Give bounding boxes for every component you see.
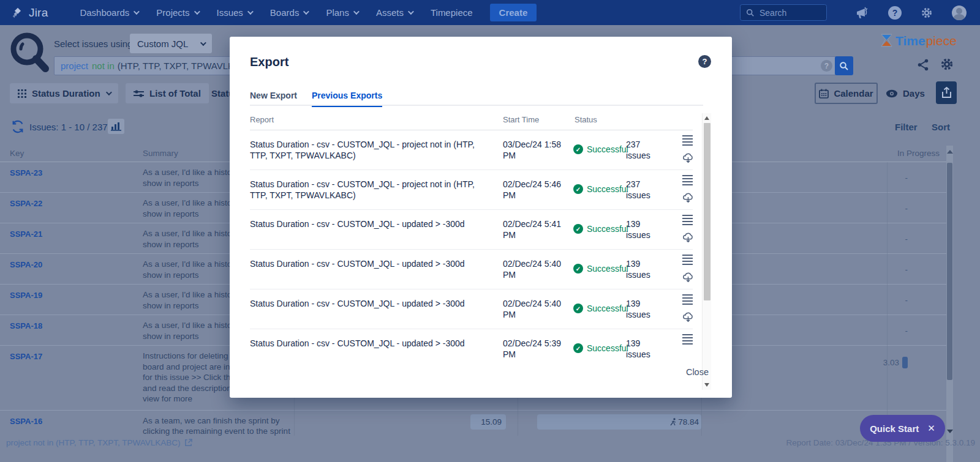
column-header-summary[interactable]: Summary: [143, 149, 178, 158]
nav-item-plans[interactable]: Plans: [326, 7, 358, 18]
quick-start-button[interactable]: Quick Start ✕: [860, 415, 945, 442]
help-icon[interactable]: ?: [888, 6, 902, 20]
export-start-time: 02/Dec/24 5:46 PM: [503, 179, 565, 201]
export-log-menu-icon[interactable]: [682, 135, 693, 146]
modal-scrollbar-track[interactable]: [702, 113, 711, 390]
cloud-download-icon[interactable]: [681, 270, 693, 286]
in-progress-value: -: [905, 204, 908, 213]
issue-key-link[interactable]: SSPA-20: [10, 260, 42, 269]
export-log-menu-icon[interactable]: [682, 334, 693, 345]
export-status: ✓Successful: [573, 224, 628, 234]
nav-menu: DashboardsProjectsIssuesBoardsPlansAsset…: [80, 7, 472, 18]
export-report-name: Status Duration - csv - CUSTOM_JQL - upd…: [250, 258, 489, 269]
issue-key-link[interactable]: SSPA-22: [10, 199, 42, 208]
footer-jql-link[interactable]: project not in (HTP, TTP, TXPT, TPWAVLKA…: [6, 438, 192, 447]
cloud-download-icon[interactable]: [681, 151, 693, 167]
in-progress-value: -: [905, 296, 908, 305]
issues-count-text: Issues: 1 - 10 / 237: [29, 122, 108, 132]
quick-start-close-icon[interactable]: ✕: [927, 423, 935, 434]
export-report-name: Status Duration - csv - CUSTOM_JQL - pro…: [250, 139, 489, 161]
chevron-down-icon: [194, 9, 200, 15]
in-progress-value: -: [905, 173, 908, 182]
export-issue-count: 139issues: [626, 338, 655, 360]
nav-item-timepiece[interactable]: Timepiece: [431, 7, 473, 18]
status-label: Successful: [587, 343, 628, 353]
create-button[interactable]: Create: [490, 4, 537, 21]
issue-summary: As a user, I'd like a historicshow in re…: [143, 198, 240, 219]
issue-key-link[interactable]: SSPA-21: [10, 229, 42, 239]
export-row-actions: [679, 135, 693, 167]
modal-title: Export: [250, 55, 288, 69]
tab-previous-exports[interactable]: Previous Exports: [312, 91, 382, 107]
in-progress-value: -: [905, 326, 908, 335]
export-report-name: Status Duration - csv - CUSTOM_JQL - upd…: [250, 298, 489, 309]
duration-value-badge: 15.09: [470, 414, 506, 430]
export-row: Status Duration - csv - CUSTOM_JQL - pro…: [250, 130, 693, 170]
issue-key-link[interactable]: SSPA-19: [10, 291, 42, 300]
timepiece-search-logo: [7, 31, 54, 77]
chart-view-icon[interactable]: [108, 119, 124, 134]
status-label: Successful: [587, 224, 628, 234]
export-log-menu-icon[interactable]: [682, 175, 693, 185]
scroll-up-arrow[interactable]: [947, 150, 953, 154]
scroll-down-arrow[interactable]: [947, 430, 953, 433]
nav-item-label: Assets: [376, 7, 404, 18]
external-link-icon: [184, 439, 192, 447]
settings-gear-icon[interactable]: [920, 6, 933, 20]
issue-key-link[interactable]: SSPA-16: [10, 417, 42, 426]
cloud-download-icon[interactable]: [681, 310, 693, 326]
export-issue-count: 139issues: [626, 298, 655, 320]
export-button[interactable]: [936, 81, 957, 104]
modal-scrollbar-thumb[interactable]: [704, 123, 710, 300]
export-log-menu-icon[interactable]: [682, 294, 693, 305]
sort-button[interactable]: Sort: [932, 122, 950, 132]
nav-item-projects[interactable]: Projects: [156, 7, 198, 18]
page-scrollbar-thumb[interactable]: [947, 163, 952, 380]
nav-item-label: Projects: [156, 7, 189, 18]
column-header-report: Report: [250, 115, 274, 124]
modal-scroll-down-arrow[interactable]: [704, 383, 709, 387]
jql-mode-select[interactable]: Custom JQL: [130, 34, 212, 53]
jql-search-button[interactable]: [835, 56, 853, 75]
report-settings-gear-icon[interactable]: [940, 57, 954, 74]
tab-new-export[interactable]: New Export: [250, 91, 297, 107]
jira-logo[interactable]: Jira: [11, 6, 48, 20]
modal-scroll-up-arrow[interactable]: [704, 116, 709, 120]
cloud-download-icon[interactable]: [681, 191, 693, 207]
issue-key-link[interactable]: SSPA-18: [10, 321, 42, 330]
filter-button[interactable]: Filter: [895, 122, 918, 132]
export-start-time: 02/Dec/24 5:39 PM: [503, 338, 565, 360]
search-icon: [746, 9, 755, 17]
nav-search-input[interactable]: Search: [740, 4, 827, 21]
nav-item-boards[interactable]: Boards: [270, 7, 308, 18]
success-check-icon: ✓: [573, 304, 583, 313]
issue-key-link[interactable]: SSPA-17: [10, 352, 42, 361]
modal-help-icon[interactable]: ?: [698, 55, 711, 68]
nav-item-assets[interactable]: Assets: [376, 7, 412, 18]
jql-help-icon[interactable]: ?: [821, 60, 832, 72]
export-log-menu-icon[interactable]: [682, 215, 693, 225]
announcements-icon[interactable]: [855, 6, 870, 20]
close-button[interactable]: Close: [686, 367, 709, 377]
share-icon[interactable]: [916, 58, 930, 74]
cloud-download-icon[interactable]: [681, 231, 693, 247]
nav-item-issues[interactable]: Issues: [217, 7, 252, 18]
duration-bar: 78.84: [537, 414, 701, 430]
column-header-key[interactable]: Key: [10, 149, 24, 158]
nav-item-dashboards[interactable]: Dashboards: [80, 7, 138, 18]
column-header-in-progress[interactable]: In Progress: [897, 149, 940, 158]
user-avatar[interactable]: [952, 6, 967, 20]
search-icon: [839, 61, 849, 71]
report-type-dropdown[interactable]: Status Duration: [10, 83, 118, 103]
chevron-down-icon: [247, 9, 254, 15]
chevron-down-icon: [106, 89, 112, 95]
list-of-total-button[interactable]: List of Total: [126, 83, 209, 103]
refresh-icon[interactable]: [11, 120, 24, 136]
days-toggle-button[interactable]: Days: [886, 83, 925, 104]
export-log-menu-icon[interactable]: [682, 255, 693, 265]
calendar-button[interactable]: Calendar: [815, 83, 878, 104]
select-issues-label: Select issues using: [54, 39, 132, 49]
issue-key-link[interactable]: SSPA-23: [10, 168, 42, 177]
export-report-name: Status Duration - csv - CUSTOM_JQL - pro…: [250, 179, 489, 201]
export-issue-count: 139issues: [626, 258, 655, 280]
